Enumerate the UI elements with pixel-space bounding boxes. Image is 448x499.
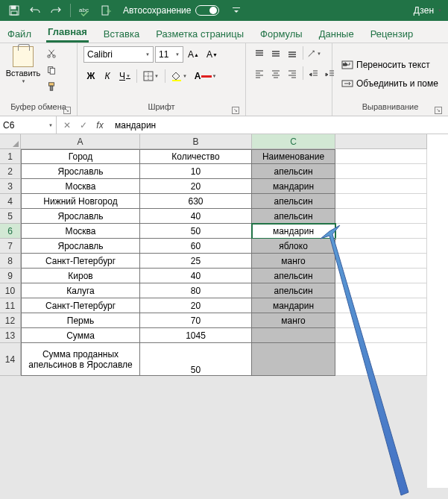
- cell[interactable]: Ярославль: [21, 209, 140, 224]
- increase-font-icon[interactable]: A▲: [185, 46, 202, 63]
- name-box[interactable]: C6▼: [0, 116, 57, 134]
- cell[interactable]: 40: [140, 209, 252, 224]
- cancel-formula-icon[interactable]: ✕: [60, 120, 75, 131]
- undo-icon[interactable]: [27, 2, 43, 19]
- qat-dropdown-icon[interactable]: [228, 2, 244, 19]
- toggle-switch[interactable]: [195, 5, 219, 16]
- autosave-toggle[interactable]: Автосохранение: [123, 5, 219, 16]
- cell[interactable]: апельсин: [252, 209, 335, 224]
- align-top-icon[interactable]: [252, 46, 267, 61]
- cell[interactable]: Ярославль: [21, 164, 140, 179]
- cell[interactable]: Санкт-Петербург: [21, 254, 140, 269]
- cell[interactable]: манго: [252, 313, 335, 328]
- cell[interactable]: 60: [140, 239, 252, 254]
- cell[interactable]: [335, 149, 427, 164]
- cell[interactable]: апельсин: [252, 269, 335, 283]
- tab-insert[interactable]: Вставка: [102, 25, 141, 43]
- row-header[interactable]: 8: [0, 254, 21, 269]
- font-size-combo[interactable]: 11▼: [155, 46, 183, 63]
- underline-button[interactable]: Ч ▼: [116, 68, 133, 84]
- wrap-text-button[interactable]: ab Переносить текст: [338, 57, 433, 73]
- align-middle-icon[interactable]: [268, 46, 283, 61]
- cell[interactable]: [335, 224, 427, 239]
- cell[interactable]: Наименование: [252, 149, 335, 164]
- row-header[interactable]: 3: [0, 179, 21, 194]
- decrease-font-icon[interactable]: A▼: [204, 46, 221, 63]
- cell[interactable]: [335, 313, 427, 328]
- col-header-c[interactable]: C: [252, 134, 335, 149]
- cell[interactable]: Сумма проданных апельсинов в Ярославле: [21, 343, 140, 376]
- cell[interactable]: [335, 328, 427, 343]
- cell[interactable]: [335, 298, 427, 313]
- row-header[interactable]: 10: [0, 283, 21, 298]
- font-family-combo[interactable]: Calibri▼: [83, 46, 154, 63]
- cell[interactable]: Калуга: [21, 283, 140, 298]
- confirm-formula-icon[interactable]: ✓: [76, 120, 91, 131]
- cell[interactable]: апельсин: [252, 283, 335, 298]
- cell[interactable]: 50: [140, 343, 252, 376]
- cell[interactable]: 25: [140, 254, 252, 269]
- row-header[interactable]: 1: [0, 149, 21, 164]
- cell[interactable]: Количество: [140, 149, 252, 164]
- row-header[interactable]: 9: [0, 269, 21, 283]
- row-header[interactable]: 6: [0, 224, 21, 239]
- cell[interactable]: [335, 254, 427, 269]
- formula-input[interactable]: мандарин: [110, 120, 448, 131]
- cell[interactable]: Ярославль: [21, 239, 140, 254]
- tab-layout[interactable]: Разметка страницы: [154, 25, 245, 43]
- row-header[interactable]: 14: [0, 343, 21, 376]
- row-header[interactable]: 2: [0, 164, 21, 179]
- cell[interactable]: манго: [252, 254, 335, 269]
- italic-button[interactable]: К: [100, 68, 115, 84]
- row-header[interactable]: 11: [0, 298, 21, 313]
- cell[interactable]: Сумма: [21, 328, 140, 343]
- cell[interactable]: 630: [140, 194, 252, 209]
- cell[interactable]: Пермь: [21, 313, 140, 328]
- cell[interactable]: 20: [140, 298, 252, 313]
- cell[interactable]: Москва: [21, 224, 140, 239]
- cell[interactable]: 1045: [140, 328, 252, 343]
- tab-formulas[interactable]: Формулы: [259, 25, 304, 43]
- cell[interactable]: Нижний Новгород: [21, 194, 140, 209]
- align-right-icon[interactable]: [285, 66, 300, 81]
- format-painter-icon[interactable]: [43, 79, 60, 94]
- cell[interactable]: Москва: [21, 179, 140, 194]
- redo-icon[interactable]: [48, 2, 64, 19]
- cell[interactable]: 20: [140, 179, 252, 194]
- cell[interactable]: 70: [140, 313, 252, 328]
- worksheet[interactable]: A B C 1234567891011121314 ГородКоличеств…: [0, 134, 448, 488]
- tab-review[interactable]: Рецензир: [369, 25, 415, 43]
- cell[interactable]: [252, 343, 335, 376]
- borders-button[interactable]: ▼: [140, 68, 162, 84]
- cell[interactable]: мандарин: [252, 179, 335, 194]
- fx-icon[interactable]: fx: [92, 120, 107, 131]
- cell[interactable]: мандарин: [252, 224, 335, 239]
- col-header-b[interactable]: B: [140, 134, 252, 149]
- fill-color-button[interactable]: ▼: [168, 68, 190, 84]
- dialog-launcher-icon[interactable]: ↘: [435, 107, 442, 114]
- cell[interactable]: 50: [140, 224, 252, 239]
- user-menu[interactable]: Дзен ▼: [414, 5, 442, 16]
- merge-cells-button[interactable]: Объединить и поме: [338, 75, 441, 92]
- cell[interactable]: [335, 343, 427, 376]
- tab-data[interactable]: Данные: [318, 25, 356, 43]
- cell[interactable]: мандарин: [252, 298, 335, 313]
- cell[interactable]: [335, 194, 427, 209]
- cell[interactable]: 80: [140, 283, 252, 298]
- align-left-icon[interactable]: [252, 66, 267, 81]
- cell[interactable]: яблоко: [252, 239, 335, 254]
- row-header[interactable]: 13: [0, 328, 21, 343]
- cut-icon[interactable]: [43, 46, 60, 61]
- tab-home[interactable]: Главная: [46, 23, 89, 43]
- row-header[interactable]: 7: [0, 239, 21, 254]
- orientation-icon[interactable]: ▼: [306, 46, 321, 61]
- new-file-icon[interactable]: [98, 2, 114, 19]
- row-header[interactable]: 4: [0, 194, 21, 209]
- paste-button[interactable]: Вставить ▼: [6, 46, 40, 84]
- cell[interactable]: [335, 209, 427, 224]
- row-header[interactable]: 5: [0, 209, 21, 224]
- select-all-corner[interactable]: [0, 134, 21, 149]
- align-center-icon[interactable]: [268, 66, 283, 81]
- col-header-d[interactable]: [335, 134, 427, 149]
- dialog-launcher-icon[interactable]: ↘: [63, 107, 71, 114]
